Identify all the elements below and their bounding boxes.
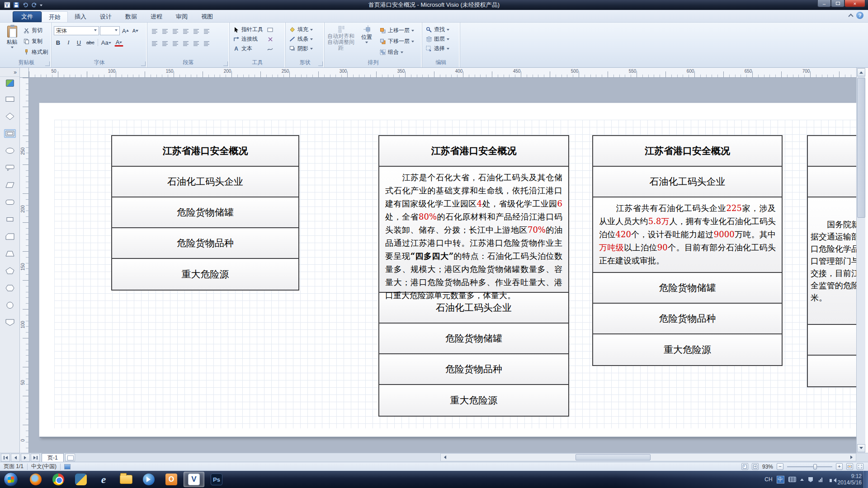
- diagram-shape[interactable]: 重大危险源: [593, 334, 782, 365]
- strikethrough-button[interactable]: abc: [85, 38, 96, 47]
- shape-dialog-launcher-icon[interactable]: [318, 61, 323, 66]
- input-language-indicator[interactable]: CH: [764, 476, 772, 483]
- framed-rectangle-shape-icon[interactable]: [4, 129, 16, 138]
- expand-shapes-icon[interactable]: »: [0, 68, 19, 77]
- visio-app-icon[interactable]: V: [4, 2, 10, 9]
- scroll-left-button[interactable]: [441, 454, 449, 461]
- italic-button[interactable]: I: [64, 38, 73, 47]
- rectangle-tool-icon[interactable]: [267, 26, 274, 33]
- taskbar-explorer-button[interactable]: [116, 472, 137, 487]
- position-button[interactable]: 位置: [357, 25, 376, 57]
- diagram-shape[interactable]: 江苏省港口安全概况: [379, 136, 568, 167]
- scroll-up-button[interactable]: [857, 68, 865, 76]
- vertical-ruler[interactable]: 250200150100500: [20, 78, 29, 453]
- keyboard-icon[interactable]: [788, 477, 796, 482]
- paragraph-dialog-launcher-icon[interactable]: [223, 61, 228, 66]
- find-button[interactable]: 查找: [425, 26, 458, 33]
- text-direction-icon[interactable]: [202, 27, 211, 36]
- zoom-in-button[interactable]: +: [836, 463, 843, 470]
- select-button[interactable]: 选择: [425, 45, 458, 52]
- shapes-window-icon[interactable]: [6, 80, 14, 87]
- group-button[interactable]: 组合: [378, 48, 415, 56]
- show-hidden-icons-icon[interactable]: [800, 477, 804, 481]
- diagram-shape[interactable]: 危险货物储罐: [379, 324, 568, 354]
- underline-button[interactable]: U: [75, 38, 83, 47]
- send-backward-button[interactable]: 下移一层: [378, 38, 415, 45]
- macro-record-icon[interactable]: [64, 464, 71, 469]
- ellipse-shape-icon[interactable]: [4, 146, 16, 155]
- diagram-shape[interactable]: 石油化工码头企业: [112, 167, 298, 197]
- tab-view[interactable]: 视图: [194, 11, 220, 22]
- bold-button[interactable]: B: [54, 38, 62, 47]
- vertical-scrollbar[interactable]: [856, 68, 865, 453]
- freeform-icon[interactable]: [267, 45, 274, 52]
- pentagon-shape-icon[interactable]: [4, 267, 16, 275]
- tab-home[interactable]: 开始: [42, 11, 68, 22]
- paste-button[interactable]: 粘贴: [4, 25, 20, 57]
- format-painter-button[interactable]: 格式刷: [22, 48, 49, 56]
- fit-page-to-window-icon[interactable]: [846, 463, 853, 470]
- diagram-shape[interactable]: 重大危险源: [112, 259, 298, 290]
- previous-page-button[interactable]: [11, 454, 20, 462]
- scroll-down-button[interactable]: [857, 444, 865, 452]
- callout-shape-icon[interactable]: [4, 164, 16, 172]
- page-tab[interactable]: 页-1: [42, 453, 64, 462]
- last-page-button[interactable]: [31, 454, 40, 462]
- small-rectangle-shape-icon[interactable]: [4, 215, 16, 224]
- page-indicator[interactable]: 页面 1/1: [4, 463, 24, 470]
- clock[interactable]: 9:12 2014/5/16: [838, 473, 862, 486]
- font-color-button[interactable]: A: [114, 38, 124, 47]
- parallelogram-shape-icon[interactable]: [4, 181, 16, 189]
- indent-increase-icon[interactable]: [170, 27, 180, 36]
- bullets-icon[interactable]: [150, 27, 159, 36]
- diagram-shape[interactable]: 危险货物品种: [593, 304, 782, 334]
- action-center-icon[interactable]: [808, 477, 814, 482]
- language-indicator[interactable]: 中文(中国): [31, 463, 57, 470]
- rectangle-shape-icon[interactable]: [4, 95, 16, 103]
- zoom-slider-thumb[interactable]: [813, 464, 817, 469]
- text-tool-button[interactable]: A 文本: [232, 45, 264, 52]
- taskbar-ie-button[interactable]: e: [93, 472, 114, 487]
- next-page-button[interactable]: [21, 454, 30, 462]
- line-button[interactable]: 线条: [288, 35, 322, 43]
- diagram-shape[interactable]: 危险货物储罐: [112, 197, 298, 228]
- diagram-shape[interactable]: 江苏省港口安全概况: [112, 136, 298, 167]
- diamond-shape-icon[interactable]: [4, 112, 16, 121]
- rounded-rectangle-shape-icon[interactable]: [4, 198, 16, 206]
- circle-shape-icon[interactable]: [4, 301, 16, 310]
- full-screen-icon[interactable]: [857, 463, 863, 470]
- copy-button[interactable]: 复制: [22, 38, 49, 45]
- diagram-paragraph[interactable]: 江苏是个石化大省，石油化工码头及其仓储式石化产业的基础支撑和生命线，依托沿江港口…: [379, 167, 568, 293]
- taskbar-python-button[interactable]: [71, 472, 91, 487]
- save-icon[interactable]: [13, 2, 19, 9]
- align-left-icon[interactable]: [150, 39, 159, 48]
- connection-point-icon[interactable]: [267, 36, 274, 42]
- zoom-slider[interactable]: [787, 463, 832, 470]
- font-size-select[interactable]: [100, 26, 120, 35]
- maximize-button[interactable]: [831, 0, 844, 7]
- align-center-icon[interactable]: [160, 39, 170, 48]
- justify-icon[interactable]: [181, 39, 190, 48]
- minimize-ribbon-icon[interactable]: [848, 14, 853, 19]
- diagram-shape[interactable]: 江苏省港口安全概况: [593, 136, 782, 167]
- diagram-shape[interactable]: 石油化工码头企业: [593, 167, 782, 197]
- diagram-shape[interactable]: [808, 356, 856, 386]
- font-dialog-launcher-icon[interactable]: [141, 61, 146, 66]
- ime-indicator[interactable]: 中: [777, 476, 784, 483]
- taskbar-photoshop-button[interactable]: Ps: [206, 472, 227, 487]
- network-icon[interactable]: [818, 477, 824, 482]
- auto-align-button[interactable]: 自动对齐和自动调整间距: [327, 25, 355, 57]
- start-button[interactable]: [4, 472, 18, 487]
- card-shape-icon[interactable]: [4, 232, 16, 241]
- diagram-paragraph[interactable]: 江苏省共有石油化工码头企业225家，涉及从业人员大约5.8万人，拥有专业化石油化…: [593, 197, 782, 273]
- zoom-level[interactable]: 93%: [762, 464, 773, 470]
- diagram-shape[interactable]: [808, 136, 856, 167]
- bring-forward-button[interactable]: 上移一层: [378, 27, 415, 34]
- first-page-button[interactable]: [1, 454, 10, 462]
- horizontal-scrollbar[interactable]: [440, 453, 856, 461]
- trapezoid-shape-icon[interactable]: [4, 249, 16, 258]
- align-right-icon[interactable]: [170, 39, 180, 48]
- page[interactable]: 江苏省港口安全概况 石油化工码头企业 危险货物储罐 危险货物品种 重大危险源 江…: [39, 103, 856, 437]
- qat-dropdown-icon[interactable]: [40, 5, 42, 8]
- pointer-tool-button[interactable]: 指针工具: [232, 26, 264, 33]
